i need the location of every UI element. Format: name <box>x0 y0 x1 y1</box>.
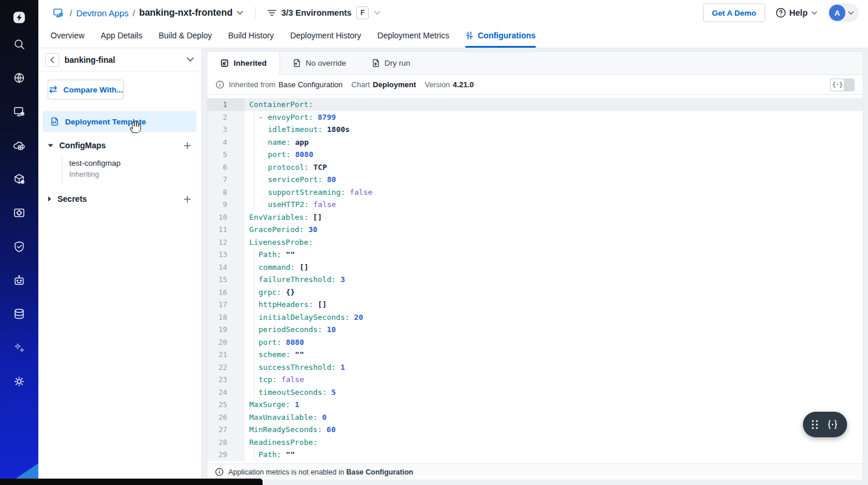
breadcrumb-devtron-apps[interactable]: Devtron Apps <box>76 8 128 18</box>
filter-icon <box>267 9 277 17</box>
tab-configurations[interactable]: Configurations <box>465 26 536 48</box>
yaml-line: 25MaxSurge: 1 <box>207 398 863 411</box>
package-cube-icon[interactable] <box>12 172 26 186</box>
globe-icon[interactable] <box>12 71 26 85</box>
tab-label: App Details <box>101 31 142 40</box>
tab-deployment-history[interactable]: Deployment History <box>290 26 361 48</box>
view-tab-dry-run[interactable]: Dry run <box>359 52 423 74</box>
yaml-code: MaxSurge: 1 <box>245 398 863 411</box>
tab-label: Deployment History <box>290 31 361 40</box>
search-icon[interactable] <box>12 37 26 51</box>
app-tab-nav: OverviewApp DetailsBuild & DeployBuild H… <box>38 26 868 48</box>
user-menu[interactable]: A <box>828 3 859 22</box>
tab-label: Build & Deploy <box>159 31 212 40</box>
view-tab-label: Dry run <box>385 59 410 67</box>
header-actions: Get A Demo Help A <box>703 3 859 22</box>
yaml-line: 5port: 8080 <box>207 148 863 161</box>
tab-build-deploy[interactable]: Build & Deploy <box>159 26 212 48</box>
view-tab-inherited[interactable]: Inherited <box>207 52 280 75</box>
yaml-line: 1ContainerPort: <box>207 98 863 111</box>
environment-dropdown-chevron-icon[interactable] <box>186 57 194 62</box>
configurations-sidebar: banking-final Compare With... Deployment… <box>38 48 202 485</box>
compare-with-button[interactable]: Compare With... <box>48 80 124 99</box>
caret-down-icon <box>48 144 53 148</box>
sidebar-group-secrets[interactable]: Secrets <box>38 189 201 209</box>
tab-overview[interactable]: Overview <box>51 26 84 48</box>
info-icon <box>216 80 224 89</box>
cloud-grid-icon[interactable] <box>12 138 26 152</box>
breadcrumb-slash: / <box>70 8 72 18</box>
template-view-tabs: InheritedNo overrideDry run <box>207 52 863 75</box>
line-number: 26 <box>207 411 245 424</box>
inherited-info-bar: Inherited fromBase ConfigurationChartDep… <box>207 75 863 95</box>
yaml-code: httpHeaders: [] <box>245 298 863 311</box>
line-number: 12 <box>207 236 245 249</box>
file-dot-icon <box>293 59 301 67</box>
database-stack-icon[interactable] <box>12 307 26 321</box>
add-configmap-button[interactable] <box>183 141 192 150</box>
environment-chevron-icon[interactable] <box>374 10 381 15</box>
breadcrumb: / Devtron Apps / banking-nxt-frontend <box>70 8 243 18</box>
sidebar-item-deployment-template[interactable]: Deployment Template <box>43 111 196 132</box>
yaml-code: - envoyPort: 8799 <box>245 111 863 124</box>
yaml-code: periodSeconds: 10 <box>245 323 863 336</box>
file-code-icon <box>50 117 59 126</box>
line-number: 10 <box>207 211 245 224</box>
sidebar-group-configmaps[interactable]: ConfigMaps <box>38 135 201 155</box>
left-nav-rail <box>0 0 38 485</box>
avatar: A <box>829 5 845 21</box>
yaml-code: failureThreshold: 3 <box>245 273 863 286</box>
line-number: 13 <box>207 248 245 261</box>
tab-label: Build History <box>228 31 274 40</box>
devtron-logo-slot <box>12 5 26 30</box>
tab-deployment-metrics[interactable]: Deployment Metrics <box>378 26 450 48</box>
shield-check-icon[interactable] <box>12 240 26 254</box>
line-number: 7 <box>207 173 245 186</box>
compare-with-label: Compare With... <box>63 85 123 94</box>
line-number: 27 <box>207 423 245 436</box>
yaml-line: 3idleTimeout: 1800s <box>207 123 863 136</box>
help-menu[interactable]: Help <box>776 8 817 18</box>
view-tab-no-override[interactable]: No override <box>280 52 359 74</box>
line-number: 3 <box>207 123 245 136</box>
floating-actions-pill[interactable] <box>803 412 847 437</box>
back-button[interactable] <box>45 53 59 67</box>
braces-icon[interactable] <box>826 419 839 430</box>
camera-gear-icon[interactable] <box>12 206 26 220</box>
sparkles-icon[interactable] <box>12 341 26 355</box>
tab-label: Configurations <box>478 31 536 40</box>
grid-dots-icon[interactable] <box>811 419 819 430</box>
info-segment: 4.21.0 <box>453 80 474 89</box>
line-number: 16 <box>207 286 245 299</box>
sidebar-item-test-configmap[interactable]: test-configmap <box>69 158 201 169</box>
yaml-code: LivenessProbe: <box>245 236 863 249</box>
yaml-line: 19periodSeconds: 10 <box>207 323 863 336</box>
environment-name: banking-final <box>64 55 181 65</box>
yaml-line: 27MinReadySeconds: 60 <box>207 423 863 436</box>
yaml-code: GracePeriod: 30 <box>245 223 863 236</box>
code-view-toggle[interactable]: {·} <box>830 79 855 91</box>
line-number: 21 <box>207 348 245 361</box>
gear-icon[interactable] <box>12 375 26 388</box>
yaml-line: 21scheme: "" <box>207 348 863 361</box>
tab-app-details[interactable]: App Details <box>101 26 142 48</box>
yaml-code: scheme: "" <box>245 348 863 361</box>
yaml-code: name: app <box>245 136 863 149</box>
yaml-code: supportStreaming: false <box>245 186 863 199</box>
header-divider <box>255 7 256 19</box>
monitor-icon[interactable] <box>12 105 26 119</box>
yaml-editor[interactable]: 1ContainerPort:2- envoyPort: 87993idleTi… <box>207 95 863 463</box>
breadcrumb-app-name[interactable]: banking-nxt-frontend <box>139 8 232 18</box>
caret-right-icon <box>48 196 52 202</box>
view-tab-label: No override <box>306 59 346 67</box>
yaml-line: 15failureThreshold: 3 <box>207 273 863 286</box>
tab-build-history[interactable]: Build History <box>228 26 274 48</box>
environment-selector[interactable]: 3/3 Environments F <box>267 6 381 19</box>
robot-icon[interactable] <box>12 273 26 287</box>
get-a-demo-button[interactable]: Get A Demo <box>703 3 765 22</box>
environment-header: banking-final <box>38 48 201 72</box>
file-play-icon <box>372 59 380 67</box>
app-switcher-chevron-icon[interactable] <box>236 10 243 15</box>
add-secret-button[interactable] <box>183 195 192 204</box>
yaml-code: timeoutSeconds: 5 <box>245 386 863 399</box>
